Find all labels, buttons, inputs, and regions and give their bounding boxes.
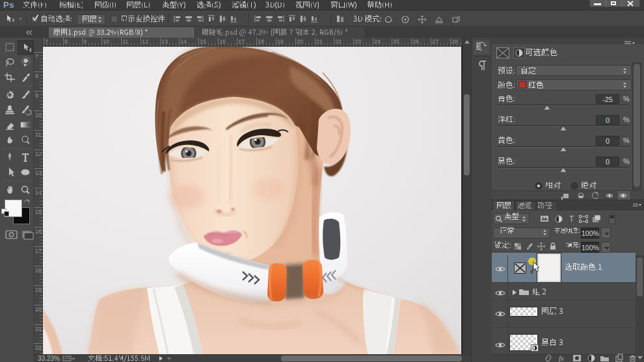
svg-text:fx: fx xyxy=(559,354,564,362)
svg-text:T: T xyxy=(569,214,574,224)
